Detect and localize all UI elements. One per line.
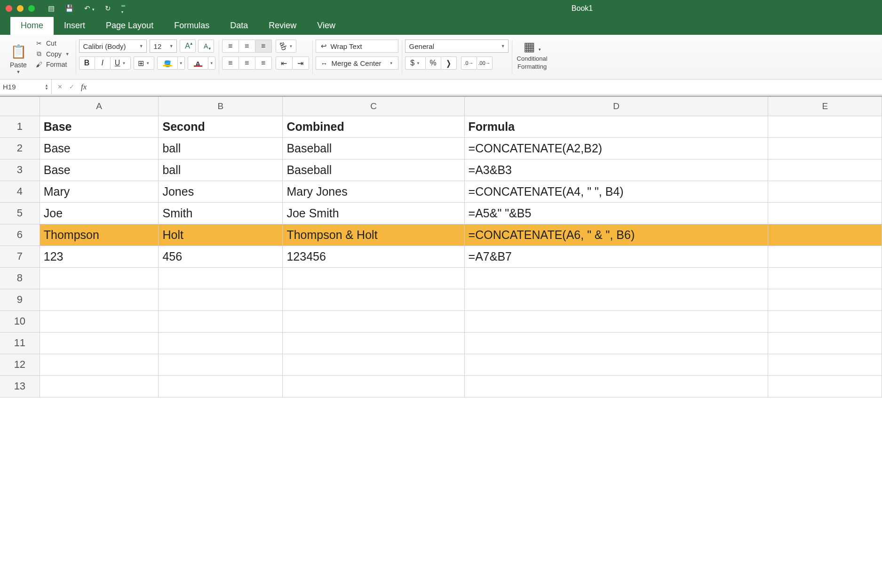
cell[interactable]: Mary <box>40 181 159 202</box>
increase-indent-button[interactable]: ⇥ <box>292 56 309 70</box>
minimize-window-button[interactable] <box>17 5 24 12</box>
cell[interactable]: Base <box>40 137 159 159</box>
col-header-A[interactable]: A <box>40 97 159 116</box>
cell[interactable]: Joe <box>40 202 159 224</box>
cell[interactable] <box>768 375 882 397</box>
format-painter-button[interactable]: 🖌Format <box>35 61 70 68</box>
tab-review[interactable]: Review <box>258 16 307 35</box>
cell[interactable] <box>768 181 882 202</box>
cell[interactable] <box>768 116 882 137</box>
cell[interactable] <box>768 332 882 354</box>
cancel-formula-icon[interactable]: ✕ <box>57 83 63 90</box>
cell[interactable] <box>40 267 159 289</box>
row-header[interactable]: 7 <box>0 246 40 267</box>
cell[interactable] <box>283 354 464 375</box>
cell[interactable] <box>40 289 159 310</box>
row-header[interactable]: 9 <box>0 289 40 310</box>
align-center-button[interactable]: ≡ <box>238 56 255 70</box>
undo-icon[interactable]: ↶ ▾ <box>84 4 95 13</box>
customize-qa-icon[interactable]: ═▾ <box>121 3 125 14</box>
cell[interactable] <box>768 289 882 310</box>
font-size-dropdown[interactable]: 12▼ <box>150 40 177 53</box>
formula-input[interactable] <box>92 79 882 94</box>
cell[interactable]: Baseball <box>283 159 464 181</box>
tab-formulas[interactable]: Formulas <box>164 16 220 35</box>
increase-decimal-button[interactable]: .0→ <box>461 56 477 70</box>
row-header[interactable]: 11 <box>0 332 40 354</box>
cell[interactable]: Mary Jones <box>283 181 464 202</box>
cell[interactable] <box>159 310 283 332</box>
row-header[interactable]: 13 <box>0 375 40 397</box>
tab-view[interactable]: View <box>307 16 346 35</box>
align-right-button[interactable]: ≡ <box>255 56 272 70</box>
conditional-formatting-button[interactable]: ▦ ▾ Conditional Formatting <box>515 38 551 77</box>
merge-center-button[interactable]: ↔Merge & Center▼ <box>316 56 398 70</box>
font-color-button[interactable]: A <box>188 56 208 70</box>
col-header-E[interactable]: E <box>768 97 882 116</box>
cell[interactable]: ball <box>159 159 283 181</box>
decrease-indent-button[interactable]: ⇤ <box>276 56 293 70</box>
cell[interactable] <box>159 354 283 375</box>
align-left-button[interactable]: ≡ <box>222 56 239 70</box>
cell[interactable]: 456 <box>159 246 283 267</box>
col-header-C[interactable]: C <box>283 97 464 116</box>
notebook-icon[interactable]: ▤ <box>48 4 55 13</box>
cell[interactable] <box>159 332 283 354</box>
cell[interactable]: Base <box>40 159 159 181</box>
fill-color-button[interactable]: 🪣 <box>157 56 178 70</box>
row-header[interactable]: 3 <box>0 159 40 181</box>
tab-home[interactable]: Home <box>10 16 54 35</box>
align-top-button[interactable]: ≡ <box>222 40 239 53</box>
accept-formula-icon[interactable]: ✓ <box>69 83 74 90</box>
name-box-spinner[interactable]: ▲▼ <box>45 84 48 90</box>
percent-format-button[interactable]: % <box>425 56 441 70</box>
copy-dropdown-icon[interactable]: ▼ <box>65 52 70 56</box>
cell[interactable] <box>464 354 768 375</box>
cell[interactable]: =A5&" "&B5 <box>464 202 768 224</box>
fx-icon[interactable]: fx <box>81 82 87 92</box>
comma-format-button[interactable]: ❭ <box>441 56 457 70</box>
redo-icon[interactable]: ↻ <box>105 4 111 13</box>
row-header[interactable]: 10 <box>0 310 40 332</box>
cell[interactable]: Formula <box>464 116 768 137</box>
cell[interactable] <box>768 159 882 181</box>
cell[interactable] <box>464 332 768 354</box>
cell[interactable] <box>464 310 768 332</box>
cell[interactable] <box>283 375 464 397</box>
tab-data[interactable]: Data <box>220 16 258 35</box>
cell[interactable]: Second <box>159 116 283 137</box>
tab-page-layout[interactable]: Page Layout <box>95 16 164 35</box>
cell[interactable]: 123 <box>40 246 159 267</box>
paste-dropdown-icon[interactable]: ▼ <box>16 70 21 74</box>
cell[interactable] <box>283 289 464 310</box>
italic-button[interactable]: I <box>95 56 111 70</box>
cell[interactable]: =CONCATENATE(A6, " & ", B6) <box>464 224 768 246</box>
cell[interactable]: ball <box>159 137 283 159</box>
copy-button[interactable]: ⧉Copy▼ <box>35 50 70 58</box>
cell[interactable] <box>464 375 768 397</box>
cell[interactable]: Smith <box>159 202 283 224</box>
fill-color-dropdown[interactable]: ▼ <box>177 56 185 70</box>
orientation-button[interactable]: ab▼ <box>276 40 296 53</box>
name-box[interactable]: H19 ▲▼ <box>0 79 52 94</box>
row-header[interactable]: 2 <box>0 137 40 159</box>
row-header[interactable]: 5 <box>0 202 40 224</box>
col-header-B[interactable]: B <box>159 97 283 116</box>
cell[interactable]: Joe Smith <box>283 202 464 224</box>
cell[interactable] <box>768 354 882 375</box>
row-header[interactable]: 8 <box>0 267 40 289</box>
row-header[interactable]: 1 <box>0 116 40 137</box>
cell[interactable] <box>768 246 882 267</box>
select-all-corner[interactable] <box>0 97 40 116</box>
cell[interactable] <box>159 375 283 397</box>
cell[interactable]: Baseball <box>283 137 464 159</box>
cell[interactable] <box>768 267 882 289</box>
accounting-format-button[interactable]: $▼ <box>405 56 426 70</box>
cell[interactable]: =CONCATENATE(A2,B2) <box>464 137 768 159</box>
cell[interactable] <box>40 354 159 375</box>
increase-font-size-button[interactable]: A▲ <box>180 40 196 53</box>
cell[interactable]: Thompson <box>40 224 159 246</box>
cell[interactable]: =A7&B7 <box>464 246 768 267</box>
cell[interactable] <box>768 224 882 246</box>
cell[interactable]: =CONCATENATE(A4, " ", B4) <box>464 181 768 202</box>
